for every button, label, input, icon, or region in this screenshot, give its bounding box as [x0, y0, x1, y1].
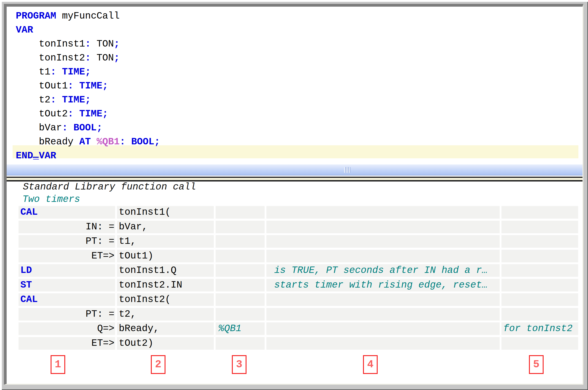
il-cell-address[interactable]	[216, 293, 265, 306]
il-cell-address[interactable]	[216, 206, 265, 219]
il-cell-comment2[interactable]	[502, 250, 578, 262]
il-cell-comment[interactable]: starts timer with rising edge, reset…	[266, 279, 500, 292]
code-token	[68, 122, 74, 133]
il-cell-address[interactable]	[216, 279, 265, 292]
code-token: BOOL	[74, 122, 97, 133]
code-token: :	[50, 95, 56, 105]
declaration-editor[interactable]: PROGRAM myFuncCallVAR tonInst1: TON; ton…	[16, 9, 160, 163]
il-cell-comment2[interactable]	[502, 264, 578, 277]
il-cell-operator[interactable]: LD	[19, 264, 115, 277]
il-cell-address[interactable]	[216, 308, 265, 321]
il-cell-operator[interactable]: IN: =	[19, 221, 115, 233]
il-cell-comment2[interactable]: for tonInst2	[502, 322, 578, 335]
il-cell-comment2[interactable]	[502, 308, 578, 321]
il-cell-comment2[interactable]	[502, 206, 578, 219]
il-cell-comment2[interactable]	[502, 293, 578, 306]
scrollbar-grip-icon[interactable]	[344, 167, 351, 173]
code-token: :	[68, 80, 74, 92]
il-comment-line[interactable]: Standard Library function call	[23, 181, 196, 193]
il-cell-comment[interactable]	[266, 308, 500, 321]
decl-line[interactable]: VAR	[16, 23, 160, 37]
decl-line[interactable]: tOut2: TIME;	[16, 107, 160, 121]
code-token: END_VAR	[16, 150, 56, 161]
code-token: tOut1	[16, 80, 68, 92]
il-cell-address[interactable]	[216, 235, 265, 248]
decl-line[interactable]: tonInst1: TON;	[16, 37, 160, 51]
il-cell-comment[interactable]	[266, 235, 500, 248]
decl-line[interactable]: END_VAR	[16, 149, 160, 163]
text-cursor	[33, 157, 39, 158]
il-cell-operator[interactable]: ST	[19, 279, 115, 292]
il-cell-operator[interactable]: ET=>	[19, 337, 115, 350]
il-cell-operand[interactable]: tonInst2(	[117, 293, 214, 306]
code-token: ;	[85, 66, 91, 77]
il-cell-operator[interactable]: CAL	[19, 206, 115, 219]
code-token: TIME	[62, 95, 85, 105]
il-cell-operand[interactable]: tonInst1.Q	[117, 264, 214, 277]
il-cell-operator[interactable]: ET=>	[19, 250, 115, 262]
il-editor-window: PROGRAM myFuncCallVAR tonInst1: TON; ton…	[0, 0, 588, 390]
il-cell-operand[interactable]: bReady,	[117, 322, 214, 335]
column-callout-2: 2	[151, 355, 165, 374]
code-token: :	[120, 136, 125, 147]
decl-line[interactable]: PROGRAM myFuncCall	[16, 9, 160, 23]
decl-line[interactable]: tonInst2: TON;	[16, 51, 160, 65]
decl-line[interactable]: bVar: BOOL;	[16, 121, 160, 135]
il-cell-operand[interactable]: tOut2)	[117, 337, 214, 350]
il-cell-operator[interactable]: CAL	[19, 293, 115, 306]
il-cell-comment[interactable]	[266, 322, 500, 335]
il-cell-operator[interactable]: Q=>	[19, 322, 115, 335]
il-cell-comment2[interactable]	[502, 221, 578, 233]
il-comment-line[interactable]: Two timers	[22, 194, 80, 205]
il-cell-operand[interactable]: tonInst2.IN	[117, 279, 214, 292]
code-token: ;	[114, 39, 120, 49]
il-cell-operand[interactable]: t1,	[117, 235, 214, 248]
column-callout-1: 1	[51, 355, 65, 374]
code-token: TON	[91, 39, 114, 49]
il-cell-operand[interactable]: t2,	[117, 308, 214, 321]
column-callout-3: 3	[232, 355, 246, 374]
il-cell-comment[interactable]	[266, 250, 500, 262]
decl-line[interactable]: tOut1: TIME;	[16, 79, 160, 93]
il-cell-operand[interactable]: tonInst1(	[117, 206, 214, 219]
il-cell-comment[interactable]	[266, 293, 500, 306]
decl-line[interactable]: bReady AT %QB1: BOOL;	[16, 135, 160, 149]
il-cell-operator[interactable]: PT: =	[19, 308, 115, 321]
code-token: :	[62, 122, 68, 133]
code-token	[125, 136, 131, 147]
code-token: t1	[16, 66, 50, 77]
il-cell-comment2[interactable]	[502, 279, 578, 292]
code-token: :	[85, 39, 91, 49]
code-token: tonInst2	[16, 52, 85, 63]
il-cell-address[interactable]	[216, 337, 265, 350]
code-token: PROGRAM	[16, 10, 56, 22]
horizontal-scrollbar[interactable]	[7, 164, 583, 176]
code-token: :	[85, 52, 91, 63]
il-cell-operand[interactable]: tOut1)	[117, 250, 214, 262]
il-cell-comment2[interactable]	[502, 235, 578, 248]
code-token	[74, 108, 79, 119]
code-token: BOOL	[131, 136, 154, 147]
code-token	[91, 136, 97, 147]
code-token: ;	[102, 108, 108, 119]
decl-line[interactable]: t2: TIME;	[16, 93, 160, 107]
code-token: ;	[114, 52, 120, 63]
il-cell-address[interactable]: %QB1	[216, 322, 265, 335]
code-token: VAR	[16, 25, 33, 36]
il-cell-address[interactable]	[216, 250, 265, 262]
il-cell-comment[interactable]: is TRUE, PT seconds after IN had a r…	[266, 264, 500, 277]
il-cell-comment[interactable]	[266, 221, 500, 233]
il-cell-operand[interactable]: bVar,	[117, 221, 214, 233]
il-cell-comment2[interactable]	[502, 337, 578, 350]
code-token: ;	[97, 122, 102, 133]
code-token: ;	[154, 136, 160, 147]
il-cell-address[interactable]	[216, 221, 265, 233]
il-cell-comment[interactable]	[266, 206, 500, 219]
il-cell-operator[interactable]: PT: =	[19, 235, 115, 248]
il-cell-comment[interactable]	[266, 337, 500, 350]
code-token: tonInst1	[16, 39, 85, 49]
code-token	[56, 95, 62, 105]
il-cell-address[interactable]	[216, 264, 265, 277]
decl-line[interactable]: t1: TIME;	[16, 65, 160, 79]
code-token: TON	[91, 52, 114, 63]
